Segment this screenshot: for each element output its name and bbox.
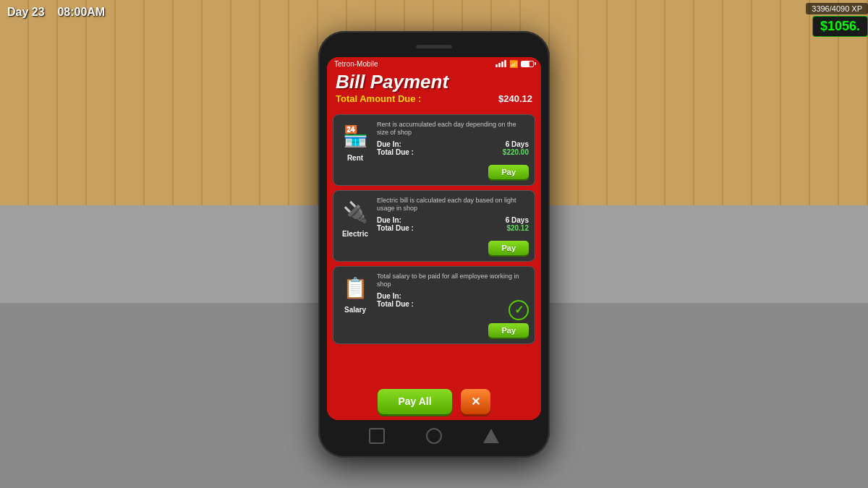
signal-bar-3 <box>501 61 503 67</box>
signal-bars <box>495 60 506 67</box>
rent-name: Rent <box>347 154 363 162</box>
rent-icon: 🏪 <box>343 124 368 148</box>
salary-icon-wrapper: 📋 <box>339 273 371 304</box>
phone-bottom-btns: Pay All ✕ <box>327 385 541 420</box>
total-due-row: Total Amount Due : $240.12 <box>336 93 532 104</box>
phone-top-bar <box>327 40 541 54</box>
electric-icon: 🔌 <box>343 200 368 224</box>
xp-display: 3396/4090 XP <box>806 3 868 14</box>
salary-due-in-label: Due In: <box>377 292 401 300</box>
rent-card-bottom: Pay <box>339 165 529 179</box>
electric-name: Electric <box>342 230 368 238</box>
rent-bill-card: 🏪 Rent Rent is accumulated each day depe… <box>333 114 535 186</box>
rent-icon-wrapper: 🏪 <box>339 121 371 153</box>
electric-card-bottom: Pay <box>339 241 529 255</box>
rent-total-value: $220.00 <box>503 148 529 156</box>
bills-list: 🏪 Rent Rent is accumulated each day depe… <box>327 110 541 385</box>
signal-bar-2 <box>498 63 501 67</box>
salary-due-in-row: Due In: <box>377 292 529 300</box>
phone-screen: Tetron-Mobile 📶 Bill Payment <box>327 57 541 420</box>
phone-home-bar <box>327 423 541 449</box>
salary-pay-button[interactable]: Pay <box>488 323 529 338</box>
salary-card-top: 📋 Salary Total salary to be paid for all… <box>339 273 529 320</box>
pay-all-button[interactable]: Pay All <box>378 389 451 414</box>
nav-recent-button[interactable] <box>483 429 499 443</box>
rent-pay-button[interactable]: Pay <box>488 165 529 179</box>
electric-due-in-value: 6 Days <box>506 216 529 224</box>
rent-due-in-row: Due In: 6 Days <box>377 140 529 148</box>
app-title: Bill Payment <box>336 71 532 93</box>
rent-total-row: Total Due : $220.00 <box>377 148 529 156</box>
electric-bill-card: 🔌 Electric Electric bill is calculated e… <box>333 190 535 262</box>
time-display: 08:00AM <box>57 6 105 18</box>
rent-description: Rent is accumulated each day depending o… <box>377 121 529 137</box>
electric-total-label: Total Due : <box>377 224 414 232</box>
electric-icon-wrapper: 🔌 <box>339 197 371 228</box>
wifi-icon: 📶 <box>509 60 518 68</box>
battery-icon <box>521 61 534 67</box>
electric-due-in-row: Due In: 6 Days <box>377 216 529 224</box>
rent-card-top: 🏪 Rent Rent is accumulated each day depe… <box>339 121 529 162</box>
phone-wrapper: Tetron-Mobile 📶 Bill Payment <box>318 31 550 458</box>
electric-total-row: Total Due : $20.12 <box>377 224 529 232</box>
rent-info: Rent is accumulated each day depending o… <box>377 121 529 156</box>
salary-card-bottom: Pay <box>339 323 529 338</box>
battery-fill <box>522 61 529 67</box>
salary-bill-card: 📋 Salary Total salary to be paid for all… <box>333 266 535 344</box>
salary-total-row: Total Due : ✓ <box>377 300 529 320</box>
day-display: Day 23 <box>7 6 45 18</box>
nav-home-button[interactable] <box>426 428 442 444</box>
status-bar: Tetron-Mobile 📶 <box>327 57 541 69</box>
rent-due-in-label: Due In: <box>377 140 401 148</box>
signal-bar-1 <box>495 64 498 67</box>
salary-icon: 📋 <box>343 276 368 300</box>
salary-description: Total salary to be paid for all employee… <box>377 273 529 289</box>
signal-bar-4 <box>504 60 506 67</box>
close-button[interactable]: ✕ <box>461 389 490 414</box>
total-due-amount: $240.12 <box>498 93 532 104</box>
electric-pay-button[interactable]: Pay <box>488 241 529 255</box>
rent-due-in-value: 6 Days <box>506 140 529 148</box>
electric-total-value: $20.12 <box>506 224 529 232</box>
carrier-label: Tetron-Mobile <box>334 60 378 68</box>
salary-paid-checkmark: ✓ <box>509 300 529 320</box>
electric-description: Electric bill is calculated each day bas… <box>377 197 529 213</box>
nav-back-button[interactable] <box>369 428 385 444</box>
app-header: Bill Payment Total Amount Due : $240.12 <box>327 69 541 110</box>
salary-total-label: Total Due : <box>377 300 414 320</box>
rent-total-label: Total Due : <box>377 148 414 156</box>
hud-top-left: Day 23 08:00AM <box>7 6 105 19</box>
phone-speaker <box>416 45 452 48</box>
electric-due-in-label: Due In: <box>377 216 401 224</box>
status-right: 📶 <box>495 60 534 68</box>
hud-top-right: 3396/4090 XP $1056. <box>806 3 868 37</box>
total-due-label: Total Amount Due : <box>336 93 421 104</box>
money-display: $1056. <box>812 16 868 37</box>
salary-name: Salary <box>344 306 366 314</box>
electric-card-top: 🔌 Electric Electric bill is calculated e… <box>339 197 529 238</box>
phone: Tetron-Mobile 📶 Bill Payment <box>318 31 550 458</box>
salary-info: Total salary to be paid for all employee… <box>377 273 529 320</box>
electric-info: Electric bill is calculated each day bas… <box>377 197 529 232</box>
